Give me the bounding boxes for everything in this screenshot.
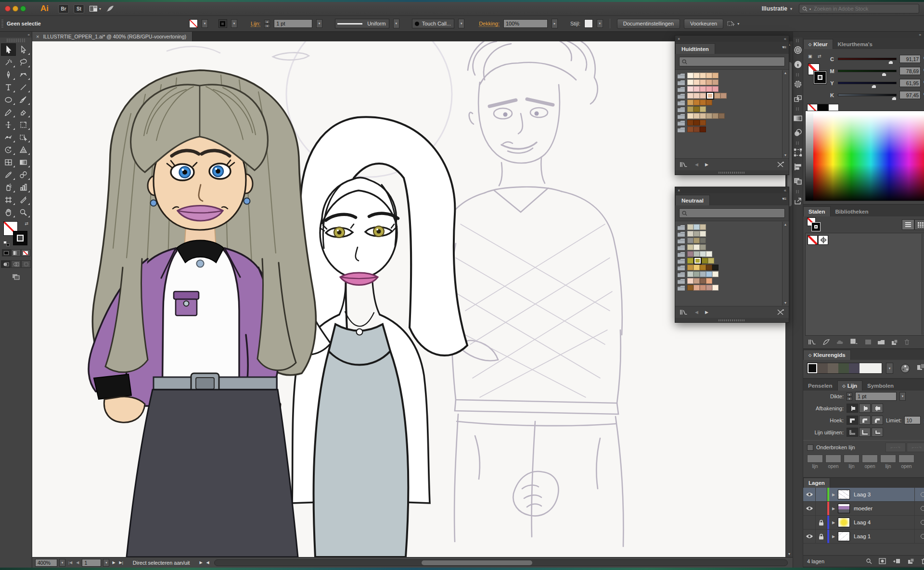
swatch[interactable] bbox=[702, 258, 708, 264]
layer-name[interactable]: Laag 1 bbox=[854, 533, 914, 539]
variation-swatch[interactable] bbox=[808, 363, 817, 373]
slider-thumb[interactable] bbox=[892, 97, 897, 101]
swatch[interactable] bbox=[700, 127, 706, 132]
stroke-width-dropdown[interactable]: ▾ bbox=[316, 19, 322, 28]
panel-grip[interactable] bbox=[1, 20, 3, 27]
draw-normal-button[interactable] bbox=[1, 260, 11, 268]
cloud-icon[interactable] bbox=[836, 339, 845, 345]
variation-swatch[interactable] bbox=[849, 363, 860, 373]
artboard-number-field[interactable]: 1 bbox=[82, 559, 101, 567]
folder-icon[interactable] bbox=[677, 92, 686, 99]
dash-input[interactable] bbox=[844, 455, 860, 463]
width-profile-dropdown[interactable]: ▾ bbox=[393, 19, 399, 28]
swatch[interactable] bbox=[693, 73, 700, 78]
swatch[interactable] bbox=[693, 278, 700, 284]
new-layer-icon[interactable] bbox=[907, 558, 914, 564]
none-mode-button[interactable] bbox=[21, 249, 30, 256]
none-swatch[interactable] bbox=[807, 104, 818, 111]
folder-icon[interactable] bbox=[677, 284, 686, 291]
swatch[interactable] bbox=[693, 224, 700, 230]
scroll-left-icon[interactable]: ◀ bbox=[205, 560, 210, 565]
lock-toggle[interactable] bbox=[816, 488, 827, 501]
pen-tool[interactable] bbox=[1, 68, 16, 81]
channel-value[interactable]: 91,17 bbox=[899, 55, 921, 63]
artboard-tool[interactable] bbox=[1, 193, 16, 206]
folder-icon[interactable] bbox=[677, 113, 686, 119]
stroke-color-dropdown[interactable]: ▾ bbox=[231, 19, 237, 28]
swap-fill-stroke-icon[interactable]: ⇄ bbox=[25, 221, 28, 226]
lasso-tool[interactable] bbox=[16, 56, 31, 68]
swatch-search-input[interactable] bbox=[689, 210, 782, 216]
asset-link-panel-icon[interactable] bbox=[793, 91, 803, 106]
swatch[interactable] bbox=[712, 285, 719, 291]
lock-toggle[interactable] bbox=[816, 516, 827, 529]
layer-name[interactable]: Laag 3 bbox=[854, 492, 914, 497]
adobe-stock-search[interactable]: ▾ bbox=[799, 4, 919, 13]
artboard-dropdown[interactable]: ▾ bbox=[103, 559, 109, 567]
document-setup-button[interactable]: Documentinstellingen bbox=[617, 19, 680, 29]
swatch[interactable] bbox=[687, 120, 693, 126]
slice-tool[interactable] bbox=[16, 193, 31, 206]
status-pop-icon[interactable]: ▶ bbox=[198, 560, 203, 565]
stroke-proxy-swatch[interactable] bbox=[814, 71, 826, 84]
stroke-panel-link[interactable]: Lijn: bbox=[251, 21, 260, 27]
tab-huidtinten[interactable]: Huidtinten bbox=[675, 43, 715, 54]
free-transform-tool[interactable] bbox=[16, 118, 31, 131]
variation-swatch[interactable] bbox=[817, 363, 828, 373]
clipping-mask-icon[interactable] bbox=[879, 558, 886, 564]
folder-icon[interactable] bbox=[677, 271, 686, 277]
expand-triangle-icon[interactable]: ▶ bbox=[829, 502, 838, 515]
swatch-fill-stroke-proxy[interactable] bbox=[807, 217, 823, 232]
swatch-search[interactable] bbox=[679, 208, 785, 218]
rotate-view-tool[interactable] bbox=[1, 143, 16, 156]
close-panel-icon[interactable]: × bbox=[678, 188, 680, 193]
swatch[interactable] bbox=[712, 86, 719, 92]
folder-icon[interactable] bbox=[677, 224, 686, 230]
variations-dropdown[interactable]: ▾ bbox=[886, 363, 893, 374]
swatch[interactable] bbox=[687, 251, 693, 257]
locate-object-icon[interactable] bbox=[866, 558, 872, 564]
visibility-toggle[interactable] bbox=[803, 530, 816, 543]
dash-input[interactable] bbox=[898, 455, 914, 463]
swatch[interactable] bbox=[706, 100, 712, 105]
folder-icon[interactable] bbox=[677, 230, 686, 237]
swatch[interactable] bbox=[700, 106, 706, 112]
zoom-window-button[interactable] bbox=[20, 6, 26, 12]
align-panel-icon[interactable] bbox=[793, 160, 803, 174]
tab-lijn[interactable]: ◇Lijn bbox=[837, 380, 863, 391]
horizontal-scroll-thumb[interactable] bbox=[422, 560, 532, 565]
next-group-icon[interactable]: ▶ bbox=[705, 310, 708, 315]
swatch[interactable] bbox=[700, 93, 706, 99]
dash-input[interactable] bbox=[880, 455, 896, 463]
close-window-button[interactable] bbox=[5, 6, 11, 12]
swatch[interactable] bbox=[693, 120, 700, 126]
swatch[interactable] bbox=[700, 238, 706, 243]
miter-join-button[interactable] bbox=[847, 416, 858, 425]
swatch[interactable] bbox=[706, 265, 712, 270]
panel-resize-grip[interactable] bbox=[675, 170, 789, 175]
screen-mode-button[interactable] bbox=[11, 273, 21, 281]
opacity-pop-arrow[interactable]: ▸ bbox=[552, 19, 558, 28]
slider-thumb[interactable] bbox=[882, 73, 886, 76]
folder-icon[interactable] bbox=[677, 119, 686, 126]
swatch[interactable] bbox=[700, 231, 706, 237]
channel-slider[interactable] bbox=[838, 70, 897, 72]
swatch[interactable] bbox=[693, 231, 700, 237]
swatch[interactable] bbox=[714, 93, 720, 99]
swatch[interactable] bbox=[706, 92, 714, 100]
ellipse-tool[interactable] bbox=[1, 93, 16, 106]
swatch[interactable] bbox=[700, 251, 706, 257]
swatch[interactable] bbox=[693, 93, 700, 99]
swatch-options-icon[interactable] bbox=[865, 339, 872, 345]
swatch[interactable] bbox=[712, 271, 719, 277]
slider-thumb[interactable] bbox=[888, 61, 893, 64]
stroke-color-swatch[interactable] bbox=[218, 19, 227, 28]
type-tool[interactable] bbox=[1, 81, 16, 93]
magic-wand-tool[interactable] bbox=[1, 56, 16, 68]
close-tab-icon[interactable]: × bbox=[36, 34, 39, 39]
swatch[interactable] bbox=[700, 265, 706, 270]
weight-field[interactable] bbox=[855, 392, 897, 401]
swatch[interactable] bbox=[700, 224, 706, 230]
fill-color-swatch[interactable] bbox=[189, 19, 198, 28]
zoom-dropdown[interactable]: ▾ bbox=[59, 559, 65, 567]
